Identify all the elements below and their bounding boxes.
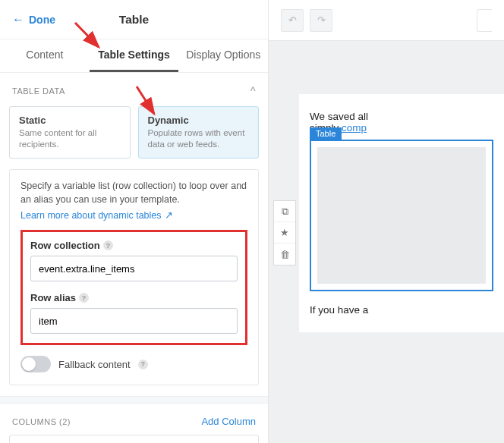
dynamic-config: Specify a variable list (row collection)…: [9, 169, 259, 385]
delete-button[interactable]: 🗑: [274, 243, 295, 265]
fallback-toggle[interactable]: [20, 356, 51, 372]
email-link[interactable]: comp: [342, 122, 367, 134]
editor-canvas: ↶ ↷ ⧉ ★ 🗑 We saved all simply comp Table: [269, 0, 504, 443]
done-button[interactable]: ← Done: [12, 13, 55, 27]
toggle-knob: [22, 357, 36, 371]
table-placeholder: [317, 147, 486, 284]
sidebar-tabs: Content Table Settings Display Options: [0, 39, 268, 73]
row-collection-label: Row collection ?: [30, 240, 238, 251]
row-alias-label: Row alias ?: [30, 292, 238, 303]
row-collection-label-text: Row collection: [30, 240, 100, 251]
selected-table-block[interactable]: Table: [310, 140, 493, 291]
email-text-1: We saved all: [310, 111, 368, 122]
columns-count: (2): [59, 417, 71, 426]
learn-more-link[interactable]: Learn more about dynamic tables ↗: [20, 209, 173, 221]
editor-sidebar: ← Done Table Content Table Settings Disp…: [0, 0, 269, 443]
help-icon[interactable]: ?: [138, 360, 148, 369]
external-link-icon: ↗: [165, 209, 173, 221]
type-card-static[interactable]: Static Same content for all recipients.: [9, 106, 131, 159]
table-data-heading: Table Data: [12, 86, 65, 96]
done-label: Done: [29, 14, 55, 26]
block-actions: ⧉ ★ 🗑: [273, 200, 296, 265]
columns-heading-text: Columns: [12, 417, 57, 426]
fallback-row: Fallback content ?: [20, 356, 247, 372]
canvas-scroll[interactable]: ⧉ ★ 🗑 We saved all simply comp Table If …: [269, 41, 504, 443]
add-column-button[interactable]: Add Column: [201, 416, 256, 427]
redo-icon: ↷: [317, 14, 326, 26]
row-alias-input[interactable]: [30, 308, 238, 334]
redo-button[interactable]: ↷: [310, 9, 332, 32]
duplicate-button[interactable]: ⧉: [274, 201, 295, 222]
learn-more-text: Learn more about dynamic tables: [20, 210, 162, 221]
undo-icon: ↶: [288, 14, 297, 26]
column-item[interactable]: › Column 1 🗑: [9, 435, 259, 443]
dynamic-title: Dynamic: [148, 115, 250, 126]
dynamic-desc: Populate rows with event data or web fee…: [148, 127, 250, 150]
sidebar-scroll[interactable]: Table Data ^ Static Same content for all…: [0, 73, 268, 443]
duplicate-icon: ⧉: [282, 206, 288, 218]
fallback-label: Fallback content: [58, 359, 131, 370]
row-alias-label-text: Row alias: [30, 292, 76, 303]
sidebar-header: ← Done Table: [0, 0, 268, 39]
columns-head: Columns (2) Add Column: [0, 404, 268, 435]
data-type-toggle: Static Same content for all recipients. …: [0, 103, 268, 169]
static-desc: Same content for all recipients.: [19, 127, 121, 150]
type-card-dynamic[interactable]: Dynamic Populate rows with event data or…: [138, 106, 260, 159]
tab-table-settings[interactable]: Table Settings: [90, 39, 179, 72]
static-title: Static: [19, 115, 121, 126]
section-table-data-head: Table Data ^: [0, 73, 268, 103]
back-arrow-icon: ←: [12, 13, 24, 27]
email-preview: We saved all simply comp Table If you ha…: [299, 94, 504, 332]
email-text-below: If you have a: [310, 304, 493, 316]
tab-content[interactable]: Content: [0, 39, 90, 72]
row-collection-input[interactable]: [30, 256, 238, 281]
tab-display-options[interactable]: Display Options: [178, 39, 268, 72]
row-fields-highlight: Row collection ? Row alias ?: [20, 230, 247, 345]
selection-tag: Table: [310, 127, 342, 140]
dynamic-instructions: Specify a variable list (row collection)…: [20, 179, 247, 206]
collapse-icon[interactable]: ^: [250, 85, 256, 97]
star-icon: ★: [280, 227, 289, 238]
section-divider: [0, 396, 268, 404]
toolbar-right-button[interactable]: [477, 9, 492, 32]
canvas-toolbar: ↶ ↷: [269, 0, 504, 41]
help-icon[interactable]: ?: [103, 240, 113, 250]
favorite-button[interactable]: ★: [274, 222, 295, 243]
trash-icon: 🗑: [280, 249, 290, 260]
columns-heading: Columns (2): [12, 417, 71, 426]
help-icon[interactable]: ?: [79, 293, 89, 303]
undo-button[interactable]: ↶: [281, 9, 304, 32]
